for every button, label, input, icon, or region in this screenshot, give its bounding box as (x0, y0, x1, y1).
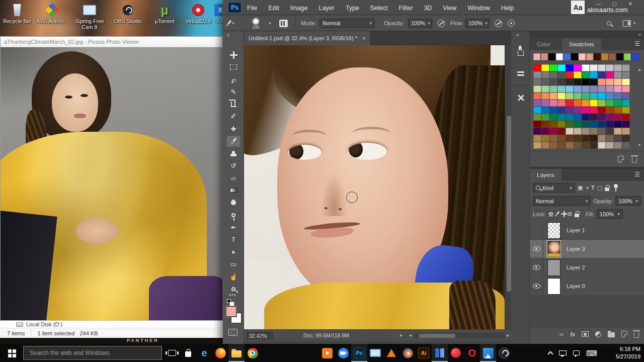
swatch[interactable] (590, 71, 598, 78)
swatch[interactable] (549, 128, 557, 135)
tool-eyedropper[interactable]: ✐ (227, 111, 240, 122)
taskbar-clock[interactable]: 6:18 PM 5/27/2019 (616, 345, 640, 360)
swatch[interactable] (622, 121, 630, 128)
swatch[interactable] (582, 64, 590, 71)
tool-type[interactable]: T (227, 234, 240, 245)
recent-swatch[interactable] (564, 53, 571, 60)
blend-mode-select[interactable]: Normal▾ (319, 19, 375, 28)
tool-hand[interactable]: ☝ (227, 271, 240, 282)
swatch[interactable] (590, 78, 598, 85)
tab-swatches[interactable]: Swatches (562, 38, 601, 50)
default-colors-icon[interactable] (227, 299, 231, 303)
swatch[interactable] (582, 142, 590, 149)
swatch[interactable] (557, 85, 566, 93)
recent-swatch[interactable] (556, 53, 563, 60)
filter-shape-icon[interactable]: ▢ (597, 185, 602, 191)
filter-smart-icon[interactable] (605, 188, 609, 191)
lock-all-icon[interactable] (575, 214, 579, 217)
taskbar-blender[interactable] (399, 344, 416, 362)
recent-swatch[interactable] (594, 53, 601, 60)
swatch[interactable] (614, 121, 622, 128)
recent-swatch[interactable] (571, 53, 578, 60)
swatch[interactable] (606, 93, 614, 100)
layer-row-layer-3[interactable]: Layer 3 (530, 240, 644, 258)
tool-gradient[interactable] (227, 185, 240, 196)
menu-help[interactable]: Help (496, 5, 520, 12)
desktop-icon-recycle-bin[interactable]: Recycle Bin (1, 2, 33, 24)
swatch[interactable] (533, 64, 541, 71)
recent-swatch[interactable] (548, 53, 555, 60)
adjustment-layer-icon[interactable] (595, 331, 601, 337)
new-group-icon[interactable] (608, 332, 615, 337)
swatch[interactable] (566, 93, 574, 100)
start-button[interactable] (0, 344, 23, 362)
swatch[interactable] (606, 64, 614, 71)
swatch[interactable] (549, 93, 557, 100)
swatch[interactable] (606, 135, 614, 142)
swatch[interactable] (533, 93, 541, 100)
filter-type-icon[interactable]: T (591, 185, 595, 191)
swatch[interactable] (582, 85, 590, 93)
swatch[interactable] (574, 142, 582, 149)
swatch[interactable] (614, 93, 622, 100)
menu-3d[interactable]: 3D (418, 5, 437, 12)
airbrush-icon[interactable] (508, 20, 515, 27)
layer-thumbnail[interactable] (547, 222, 560, 239)
swatch[interactable] (582, 135, 590, 142)
tool-history-brush[interactable]: ↺ (227, 160, 240, 171)
scroll-up-icon[interactable]: ▲ (637, 67, 641, 72)
toggle-brush-panel-icon[interactable] (279, 20, 288, 27)
menu-image[interactable]: Image (285, 5, 313, 12)
recent-swatch[interactable] (579, 53, 586, 60)
pressure-flow-icon[interactable] (495, 20, 502, 27)
taskbar-task-view[interactable] (164, 344, 180, 362)
swatch[interactable] (606, 85, 614, 93)
swatch[interactable] (614, 71, 622, 78)
fill-select[interactable]: 100%▾ (597, 209, 623, 219)
recent-swatch[interactable] (601, 53, 608, 60)
swatch[interactable] (614, 107, 622, 114)
swatch[interactable] (598, 71, 606, 78)
swatch[interactable] (566, 114, 574, 121)
layer-mask-icon[interactable] (582, 331, 589, 337)
layer-name[interactable]: Layer 1 (567, 227, 585, 233)
swatch[interactable] (590, 85, 598, 93)
swatch[interactable] (541, 93, 549, 100)
swatch[interactable] (590, 128, 598, 135)
swatch[interactable] (533, 71, 541, 78)
swatch[interactable] (566, 142, 574, 149)
swatch[interactable] (590, 121, 598, 128)
filter-toggle-icon[interactable] (614, 184, 618, 188)
swatch[interactable] (557, 71, 566, 78)
menu-select[interactable]: Select (365, 5, 393, 12)
swatch[interactable] (574, 114, 582, 121)
swatch[interactable] (574, 93, 582, 100)
zoom-level-field[interactable]: 32.42% (247, 332, 273, 339)
chevron-down-icon[interactable]: ▾ (269, 21, 271, 26)
taskbar-search[interactable] (23, 346, 162, 360)
swatch[interactable] (606, 121, 614, 128)
swatch[interactable] (590, 107, 598, 114)
swatch[interactable] (574, 107, 582, 114)
swatch[interactable] (533, 114, 541, 121)
scroll-left-icon[interactable]: ◂ (409, 332, 412, 338)
lock-pixels-icon[interactable] (555, 211, 560, 217)
swatch[interactable] (549, 142, 557, 149)
swatch[interactable] (622, 135, 630, 142)
layer-style-icon[interactable]: fx (570, 331, 575, 337)
taskbar-store[interactable] (180, 344, 196, 362)
recent-swatch[interactable] (616, 53, 623, 60)
tool-clone-stamp[interactable] (227, 148, 240, 159)
swatch[interactable] (557, 121, 566, 128)
visibility-toggle[interactable] (530, 221, 543, 239)
swatch[interactable] (582, 71, 590, 78)
swatch[interactable] (590, 142, 598, 149)
swatch[interactable] (549, 135, 557, 142)
visibility-toggle[interactable] (530, 258, 543, 277)
swatch[interactable] (566, 135, 574, 142)
search-input[interactable] (24, 346, 162, 359)
desktop-icon-avg[interactable]: AVG AntiVir... (36, 2, 68, 24)
menu-window[interactable]: Window (462, 5, 495, 12)
tool-lasso[interactable]: ℘ (227, 74, 240, 85)
delete-swatch-icon[interactable] (632, 157, 637, 163)
